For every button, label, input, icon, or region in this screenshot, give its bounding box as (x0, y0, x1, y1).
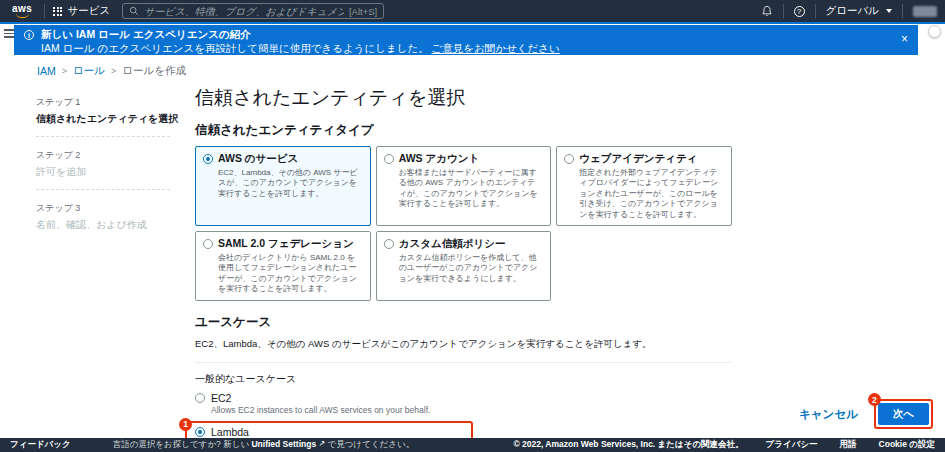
aws-logo[interactable]: aws (12, 4, 32, 18)
chevron-down-icon (886, 9, 892, 13)
main-content: 信頼されたエンティティを選択 信頼されたエンティティタイプ AWS のサービス … (195, 85, 732, 452)
aws-logo-smile (16, 13, 29, 18)
card-saml-federation[interactable]: SAML 2.0 フェデレーション 会社のディレクトリから SAML 2.0 を… (195, 231, 371, 301)
terms-link[interactable]: 用語 (840, 439, 857, 451)
search-icon (129, 6, 139, 16)
cancel-button[interactable]: キャンセル (799, 407, 858, 422)
radio-icon[interactable] (384, 239, 394, 249)
card-aws-service[interactable]: AWS のサービス EC2、Lambda、その他の AWS サービスが、このアカ… (195, 146, 371, 226)
breadcrumb-current: ロールを作成 (122, 64, 186, 78)
card-description: EC2、Lambda、その他の AWS サービスが、このアカウントでアクションを… (218, 168, 363, 199)
banner-message: IAM ロール のエクスペリエンスを再設計して簡単に使用できるようにしました。 … (41, 42, 560, 54)
breadcrumb-separator: > (111, 66, 116, 76)
banner-title: 新しい IAM ロール エクスペリエンスの紹介 (41, 28, 560, 40)
breadcrumb-iam[interactable]: IAM (37, 65, 56, 77)
card-description: お客様またはサードパーティーに属する他の AWS アカウントのエンティティが、こ… (399, 168, 544, 210)
radio-selected-icon[interactable] (195, 427, 205, 437)
step-label: 信頼されたエンティティを選択 (36, 112, 170, 126)
services-label: サービス (67, 4, 110, 18)
section-divider (195, 362, 732, 363)
card-custom-trust-policy[interactable]: カスタム信頼ポリシー カスタム信頼ポリシーを作成して、他のユーザーがこのアカウン… (376, 231, 552, 301)
annotation-badge-2: 2 (868, 393, 881, 406)
card-description: カスタム信頼ポリシーを作成して、他のユーザーがこのアカウントでアクションを実行で… (399, 253, 544, 284)
usecase-section-title: ユースケース (195, 314, 732, 331)
radio-icon[interactable] (384, 154, 394, 164)
radio-icon[interactable] (564, 154, 574, 164)
step-number: ステップ 2 (36, 149, 170, 162)
topbar-divider (815, 4, 816, 18)
card-title: AWS のサービス (218, 152, 298, 166)
card-description: 指定された外部ウェブアイデンティティプロバイダーによってフェデレーションされたユ… (579, 168, 724, 220)
card-title: SAML 2.0 フェデレーション (218, 237, 354, 251)
notifications-bell-icon[interactable] (761, 5, 773, 17)
common-usecase-label: 一般的なユースケース (195, 372, 732, 386)
step-number: ステップ 3 (36, 202, 170, 215)
wizard-actions: キャンセル 2 次へ (799, 399, 933, 429)
radio-icon[interactable] (195, 393, 205, 403)
help-glyph: ? (797, 7, 801, 16)
card-aws-account[interactable]: AWS アカウント お客様またはサードパーティーに属する他の AWS アカウント… (376, 146, 552, 226)
close-icon[interactable]: × (901, 33, 908, 45)
account-menu-redacted[interactable] (913, 6, 937, 17)
aws-logo-text: aws (12, 4, 32, 13)
floating-widget-button[interactable] (928, 25, 941, 38)
step-1-select-trusted-entity: ステップ 1 信頼されたエンティティを選択 (36, 92, 170, 137)
search-shortcut-hint: [Alt+S] (349, 6, 377, 17)
help-icon[interactable]: ? (794, 6, 805, 17)
language-suffix: で見つけてください。 (325, 439, 414, 449)
breadcrumb-separator: > (62, 66, 67, 76)
footer-language-text: 言語の選択をお探しですか? 新しい Unified Settings ↗ で見つ… (113, 439, 415, 451)
entity-type-section-title: 信頼されたエンティティタイプ (195, 122, 732, 139)
card-title: ウェブアイデンティティ (579, 152, 697, 166)
option-description: Allows EC2 instances to call AWS service… (211, 405, 732, 415)
option-label: EC2 (211, 392, 231, 404)
radio-icon[interactable] (203, 239, 213, 249)
region-label: グローバル (826, 4, 879, 18)
card-description: 会社のディレクトリから SAML 2.0 を使用してフェデレーションされたユーザ… (218, 253, 363, 295)
topbar-divider (902, 4, 903, 18)
card-title: AWS アカウント (399, 152, 480, 166)
next-button[interactable]: 次へ (878, 403, 929, 425)
usecase-description: EC2、Lambda、その他の AWS のサービスがこのアカウントでアクションを… (195, 338, 732, 351)
page-title: 信頼されたエンティティを選択 (195, 85, 732, 111)
annotation-box-next: 2 次へ (874, 399, 933, 429)
step-3-name-review-create: ステップ 3 名前、確認、および作成 (36, 198, 170, 242)
feedback-button[interactable]: フィードバック (10, 439, 71, 451)
top-navigation-bar: aws サービス [Alt+S] ? グローバル (0, 0, 945, 22)
step-label: 名前、確認、および作成 (36, 218, 170, 232)
step-label: 許可を追加 (36, 165, 170, 179)
usecase-option-ec2[interactable]: EC2 Allows EC2 instances to call AWS ser… (195, 392, 732, 415)
option-label: Lambda (211, 426, 249, 438)
radio-selected-icon[interactable] (203, 154, 213, 164)
wizard-steps-nav: ステップ 1 信頼されたエンティティを選択 ステップ 2 許可を追加 ステップ … (36, 92, 170, 250)
copyright-text: © 2022, Amazon Web Services, Inc. またはその関… (513, 439, 743, 451)
banner-feedback-link[interactable]: ご意見をお聞かせください (432, 42, 560, 54)
language-prefix: 言語の選択をお探しですか? 新しい (113, 439, 252, 449)
privacy-link[interactable]: プライバシー (766, 439, 818, 451)
external-link-icon: ↗ (319, 439, 326, 448)
topbar-divider (44, 4, 45, 18)
banner-message-text: IAM ロール のエクスペリエンスを再設計して簡単に使用できるようにしました。 (41, 42, 429, 54)
card-web-identity[interactable]: ウェブアイデンティティ 指定された外部ウェブアイデンティティプロバイダーによって… (556, 146, 732, 226)
breadcrumb: IAM > ロール > ロールを作成 (37, 64, 186, 78)
breadcrumb-roles[interactable]: ロール (73, 64, 105, 78)
footer-bar: フィードバック 言語の選択をお探しですか? 新しい Unified Settin… (0, 438, 945, 452)
topbar-divider (783, 4, 784, 18)
search-input[interactable] (144, 6, 344, 17)
topbar-accent-line (0, 22, 945, 24)
card-title: カスタム信頼ポリシー (399, 237, 506, 251)
step-2-add-permissions: ステップ 2 許可を追加 (36, 145, 170, 190)
trusted-entity-cards: AWS のサービス EC2、Lambda、その他の AWS サービスが、このアカ… (195, 146, 732, 301)
unified-settings-link[interactable]: Unified Settings (251, 439, 316, 449)
info-icon: i (24, 30, 34, 40)
step-number: ステップ 1 (36, 96, 170, 109)
region-selector[interactable]: グローバル (826, 4, 892, 18)
services-grid-icon (53, 7, 62, 16)
services-menu-button[interactable]: サービス (53, 4, 110, 18)
info-banner: i 新しい IAM ロール エクスペリエンスの紹介 IAM ロール のエクスペリ… (14, 25, 918, 55)
annotation-badge-1: 1 (179, 418, 192, 431)
cookie-settings-link[interactable]: Cookie の設定 (879, 439, 935, 451)
global-search[interactable]: [Alt+S] (122, 3, 384, 19)
